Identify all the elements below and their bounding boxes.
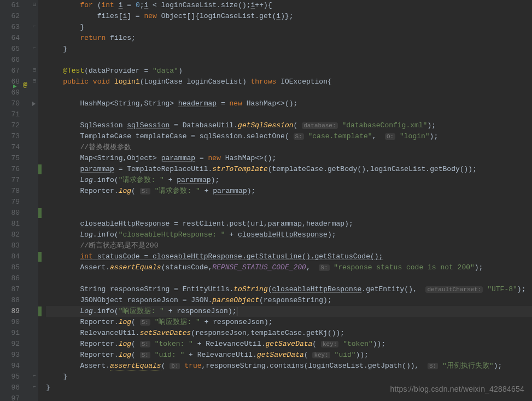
line-number[interactable]: 70 — [0, 98, 31, 109]
code-line[interactable]: //替换模板参数 — [46, 142, 532, 153]
fold-collapse-icon[interactable]: ⌐ — [32, 24, 37, 30]
line-number[interactable]: 92 — [0, 339, 31, 350]
line-number[interactable]: 73 — [0, 131, 31, 142]
line-number[interactable]: 95 — [0, 371, 31, 382]
line-number[interactable]: 80 — [0, 208, 31, 219]
fold-expand-icon[interactable]: ⊟ — [32, 79, 37, 84]
line-number[interactable]: 77 — [0, 175, 31, 186]
code-line[interactable]: closeableHttpResponse = restClient.post(… — [46, 219, 532, 229]
code-line[interactable]: Log.info("请求参数: " + parammap); — [46, 175, 532, 186]
param-hint: S: — [428, 363, 438, 369]
param-hint: S: — [140, 352, 150, 358]
code-line[interactable] — [46, 109, 532, 120]
at-annotation-icon: @ — [23, 80, 27, 91]
line-number[interactable]: 83 — [0, 240, 31, 251]
code-line[interactable]: Log.info("响应数据: " + responseJson); — [46, 306, 532, 317]
code-line[interactable]: SqlSession sqlSession = DatabaseUtil.get… — [46, 120, 532, 131]
param-hint: key: — [321, 341, 338, 347]
line-number[interactable]: 81 — [0, 219, 31, 229]
line-number[interactable]: 86 — [0, 273, 31, 284]
code-line[interactable]: Map<String,Object> parammap = new HashMa… — [46, 153, 532, 164]
param-hint: S: — [319, 264, 329, 271]
fold-expand-icon[interactable]: ⊟ — [32, 2, 37, 8]
code-line[interactable]: } — [46, 44, 532, 55]
code-line[interactable]: HashMap<String,String> headermap = new H… — [46, 98, 532, 109]
param-hint: S: — [140, 341, 150, 347]
line-number[interactable]: 84 — [0, 251, 31, 262]
param-hint: O: — [385, 133, 395, 140]
code-line[interactable]: Reporter.log( S: "token: " + RelevanceUt… — [46, 339, 532, 350]
line-number[interactable]: 62 — [0, 11, 31, 22]
code-line[interactable]: TemplateCase templateCase = sqlSession.s… — [46, 131, 532, 142]
fold-collapse-icon[interactable]: ⌐ — [32, 46, 37, 51]
line-number[interactable]: 79 — [0, 197, 31, 208]
code-line[interactable]: //断言状态码是不是200 — [46, 240, 532, 251]
line-number[interactable]: 78 — [0, 186, 31, 197]
fold-region-icon[interactable]: ⊟ — [32, 68, 37, 73]
code-line[interactable]: return files; — [46, 33, 532, 44]
param-hint: defaultCharset: — [425, 286, 483, 293]
line-number[interactable]: 91 — [0, 328, 31, 339]
param-hint: b: — [169, 363, 180, 369]
line-number[interactable]: 64 — [0, 33, 31, 44]
line-number[interactable]: 96 — [0, 382, 31, 393]
code-line[interactable] — [46, 87, 532, 98]
code-line[interactable] — [46, 208, 532, 219]
code-line[interactable]: for (int i = 0;i < loginCaseList.size();… — [46, 0, 532, 11]
code-line[interactable]: RelevanceUtil.setSaveDates(responseJson,… — [46, 328, 532, 339]
code-line[interactable] — [46, 273, 532, 284]
code-line[interactable]: String responseString = EntityUtils.toSt… — [46, 284, 532, 295]
code-line[interactable] — [46, 197, 532, 208]
line-number[interactable]: 67 — [0, 66, 31, 76]
line-number[interactable]: 65 — [0, 44, 31, 55]
param-hint: S: — [294, 133, 304, 140]
code-line[interactable]: Reporter.log( S: "请求参数: " + parammap); — [46, 186, 532, 197]
code-line[interactable]: JSONObject responseJson = JSON.parseObje… — [46, 295, 532, 306]
line-number[interactable]: 94 — [0, 361, 31, 371]
code-line[interactable]: Assert.assertEquals(statusCode,REPNSE_ST… — [46, 262, 532, 273]
line-number[interactable]: 63 — [0, 22, 31, 33]
code-line[interactable] — [46, 393, 532, 401]
code-line[interactable]: @Test(dataProvider = "data") — [46, 66, 532, 76]
line-number[interactable]: 61 — [0, 0, 31, 11]
fold-collapse-icon[interactable]: ⌐ — [32, 385, 37, 390]
code-editor[interactable]: 6162636465666768697071727374757677787980… — [0, 0, 532, 401]
code-line[interactable]: Reporter.log( S: "响应数据: " + responseJson… — [46, 317, 532, 328]
line-number[interactable]: 93 — [0, 350, 31, 361]
code-line[interactable]: } — [46, 371, 532, 382]
line-number[interactable]: 90 — [0, 317, 31, 328]
line-number[interactable]: 71 — [0, 109, 31, 120]
code-line[interactable] — [46, 55, 532, 66]
line-number[interactable]: 75 — [0, 153, 31, 164]
line-number[interactable]: 89 — [0, 306, 31, 317]
param-hint: S: — [140, 188, 150, 194]
code-line[interactable]: Reporter.log( S: "uid: " + RelevanceUtil… — [46, 350, 532, 361]
code-line[interactable]: public void login1(LoginCase loginCaseLi… — [46, 76, 532, 87]
line-number[interactable]: 66 — [0, 55, 31, 66]
param-hint: database: — [302, 122, 337, 129]
param-hint: S: — [140, 319, 150, 326]
line-number[interactable]: 74 — [0, 142, 31, 153]
watermark-text: https://blog.csdn.net/weixin_42884654 — [390, 384, 524, 394]
param-hint: key: — [312, 352, 330, 358]
code-line[interactable]: files[i] = new Object[]{loginCaseList.ge… — [46, 11, 532, 22]
line-number[interactable]: 88 — [0, 295, 31, 306]
code-line[interactable]: } — [46, 22, 532, 33]
fold-collapse-icon[interactable]: ⌐ — [32, 374, 37, 379]
line-number[interactable]: 87 — [0, 284, 31, 295]
line-number-gutter[interactable]: 6162636465666768697071727374757677787980… — [0, 0, 31, 401]
code-line[interactable]: int statusCode = closeableHttpResponse.g… — [46, 251, 532, 262]
fold-column[interactable]: ⊟ ⌐ ⌐ ⊟ ⊟ ⌐ ⌐ — [31, 0, 38, 401]
line-number[interactable]: 76 — [0, 164, 31, 175]
code-line[interactable]: Assert.assertEquals( b: true,responseStr… — [46, 361, 532, 371]
line-number[interactable]: 82 — [0, 229, 31, 240]
code-line[interactable]: parammap = TemplateReplaceUtil.strToTemp… — [46, 164, 532, 175]
line-number[interactable]: 72 — [0, 120, 31, 131]
line-number[interactable]: 97 — [0, 393, 31, 401]
play-icon[interactable] — [32, 102, 36, 106]
code-area[interactable]: for (int i = 0;i < loginCaseList.size();… — [42, 0, 532, 401]
line-number[interactable]: 85 — [0, 262, 31, 273]
run-gutter-icon[interactable]: ▶ — [13, 81, 17, 92]
code-line[interactable]: Log.info("closeableHttpResponse: " + clo… — [46, 229, 532, 240]
